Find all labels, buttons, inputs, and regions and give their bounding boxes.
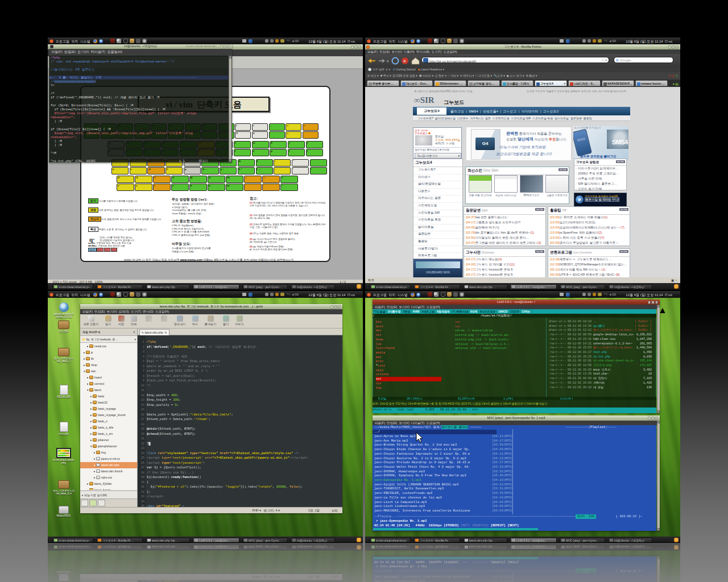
svg-text:✕: ✕: [403, 59, 407, 63]
svg-text:▾: ▾: [387, 59, 389, 63]
